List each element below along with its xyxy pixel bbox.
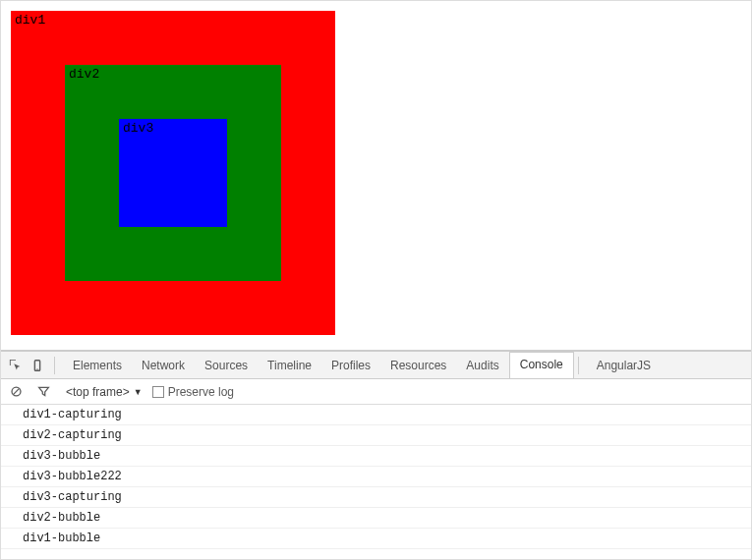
console-row: div2-bubble (1, 508, 751, 529)
div3-label: div3 (123, 121, 153, 136)
filter-icon[interactable] (34, 383, 52, 401)
tab-audits[interactable]: Audits (456, 353, 508, 378)
console-row: div1-capturing (1, 405, 751, 425)
svg-line-3 (13, 388, 19, 394)
clear-console-icon[interactable] (7, 383, 25, 401)
devtools-tabbar: Elements Network Sources Timeline Profil… (1, 352, 751, 379)
tab-angularjs[interactable]: AngularJS (587, 353, 661, 378)
tab-profiles[interactable]: Profiles (321, 353, 380, 378)
chevron-down-icon: ▼ (134, 387, 143, 397)
inspect-icon[interactable] (7, 357, 25, 374)
console-row: div3-bubble222 (1, 467, 751, 487)
div1-box[interactable]: div1 div2 div3 (11, 11, 335, 335)
frame-selector-label: <top frame> (66, 385, 130, 399)
tab-console[interactable]: Console (509, 352, 574, 378)
console-row: div3-capturing (1, 487, 751, 508)
browser-devtools-screenshot: div1 div2 div3 Elements Network Sources … (0, 0, 752, 560)
preserve-log-checkbox[interactable]: Preserve log (152, 385, 234, 399)
tab-sources[interactable]: Sources (195, 353, 258, 378)
frame-selector[interactable]: <top frame> ▼ (62, 385, 146, 399)
tab-separator-2 (578, 357, 579, 374)
page-content: div1 div2 div3 (1, 1, 751, 350)
div1-label: div1 (15, 13, 45, 28)
div3-box[interactable]: div3 (119, 119, 227, 227)
tab-timeline[interactable]: Timeline (258, 353, 321, 378)
console-toolbar: <top frame> ▼ Preserve log (1, 379, 751, 405)
console-log: div1-capturing div2-capturing div3-bubbl… (1, 405, 751, 559)
device-toggle-icon[interactable] (29, 357, 46, 374)
checkbox-box (152, 386, 164, 398)
tab-resources[interactable]: Resources (380, 353, 456, 378)
tab-separator (54, 357, 55, 374)
devtools-panel: Elements Network Sources Timeline Profil… (1, 350, 751, 559)
tab-elements[interactable]: Elements (63, 353, 132, 378)
div2-label: div2 (69, 67, 99, 82)
preserve-log-label: Preserve log (168, 385, 234, 399)
console-row: div3-bubble (1, 446, 751, 467)
console-row: div2-capturing (1, 425, 751, 446)
div2-box[interactable]: div2 div3 (65, 65, 281, 281)
tab-network[interactable]: Network (132, 353, 195, 378)
console-row: div1-bubble (1, 529, 751, 549)
